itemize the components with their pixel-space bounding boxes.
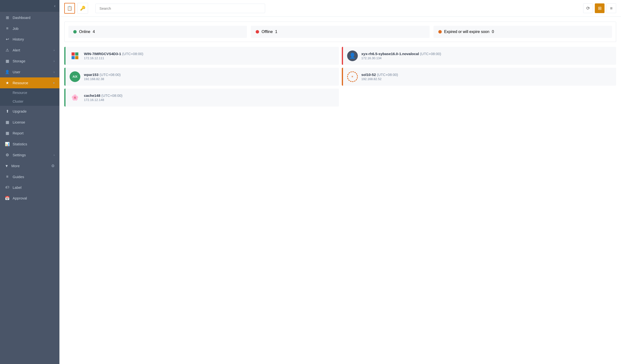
- sidebar-sub-item-resource[interactable]: Resource: [0, 88, 59, 97]
- resource-name: sol10-52 (UTC+08:00): [362, 72, 613, 77]
- sidebar-item-label: Report: [13, 131, 54, 135]
- upgrade-icon: ⬆: [5, 109, 10, 114]
- sidebar-item-label: Storage: [13, 59, 51, 63]
- chevron-right-icon: ›: [54, 70, 54, 74]
- approval-icon: 📅: [5, 196, 10, 200]
- search-bar: [95, 4, 265, 13]
- resource-ip: 192.168.82.38: [84, 77, 335, 81]
- expired-status-card[interactable]: Expired or will expire soon 0: [433, 26, 612, 38]
- list-view-button[interactable]: ≡: [606, 3, 616, 13]
- refresh-icon: ⟳: [586, 6, 590, 11]
- expired-count: 0: [492, 30, 494, 34]
- job-icon: ≡: [5, 26, 10, 31]
- key-icon: 🔑: [80, 6, 85, 11]
- chevron-right-icon: ›: [54, 49, 54, 52]
- sidebar-item-label: Job: [13, 26, 54, 31]
- online-status-card[interactable]: Online 4: [69, 26, 247, 38]
- sidebar-item-storage[interactable]: ▦ Storage ›: [0, 55, 59, 67]
- sidebar-item-label: Guides: [13, 175, 54, 179]
- history-icon: ↩: [5, 37, 10, 41]
- grid-view-button[interactable]: ⊞: [595, 3, 604, 13]
- refresh-button[interactable]: ⟳: [583, 3, 593, 13]
- resource-btn-icon: 📋: [67, 6, 72, 11]
- grid-icon: ⊞: [598, 6, 602, 11]
- resource-icon: ★: [5, 81, 10, 85]
- sidebar-sub-item-cluster[interactable]: Cluster: [0, 97, 59, 106]
- resource-card-cache148[interactable]: 🌸 cache148 (UTC+08:00) 172.16.12.148: [64, 88, 339, 106]
- sidebar: ‹ ⊞ Dashboard ≡ Job ↩ History ⚠ Alert › …: [0, 0, 59, 364]
- offline-status-card[interactable]: Offline 1: [251, 26, 429, 38]
- aix-icon: AIX: [69, 71, 81, 82]
- resource-info: wpar153 (UTC+08:00) 192.168.82.38: [84, 72, 335, 81]
- sidebar-item-label: Statistics: [13, 142, 54, 146]
- statistics-icon: 📊: [5, 142, 10, 146]
- linux-avatar-icon: 👤: [347, 50, 358, 61]
- sidebar-item-label: Settings: [13, 153, 51, 157]
- offline-count: 1: [275, 30, 277, 34]
- chevron-down-icon: ▾: [53, 81, 54, 85]
- label-icon: 🏷: [5, 185, 10, 190]
- resource-info: cache148 (UTC+08:00) 172.16.12.148: [84, 93, 335, 102]
- sidebar-item-label: User: [13, 70, 51, 74]
- resource-submenu: Resource Cluster: [0, 88, 59, 106]
- list-icon: ≡: [610, 6, 613, 11]
- sidebar-item-label: History: [13, 37, 54, 41]
- resource-grid: WIN-7IMRGCVS4D3-1 (UTC+08:00) 172.16.12.…: [64, 47, 616, 106]
- sidebar-item-approval[interactable]: 📅 Approval: [0, 193, 59, 204]
- key-view-btn[interactable]: 🔑: [77, 3, 88, 14]
- resource-card-xyx[interactable]: 👤 xyx-rh6.5-sybase16.0-1.novalocal (UTC+…: [342, 47, 616, 65]
- online-dot: [73, 30, 77, 34]
- sidebar-item-report[interactable]: ▦ Report: [0, 128, 59, 139]
- resource-card-sol10[interactable]: ☀ sol10-52 (UTC+08:00) 192.168.82.52: [342, 68, 616, 86]
- offline-dot: [256, 30, 259, 34]
- resource-name: cache148 (UTC+08:00): [84, 93, 335, 98]
- expired-dot: [438, 30, 442, 34]
- resource-view-btn[interactable]: 📋: [64, 3, 75, 14]
- toolbar: 📋 🔑 ⟳ ⊞ ≡: [59, 0, 621, 17]
- resource-card-wpar153[interactable]: AIX wpar153 (UTC+08:00) 192.168.82.38: [64, 68, 339, 86]
- sidebar-item-job[interactable]: ≡ Job: [0, 23, 59, 34]
- chevron-right-icon: ›: [54, 153, 54, 157]
- online-label: Online: [79, 30, 90, 34]
- sidebar-item-label: Dashboard: [13, 16, 54, 20]
- sidebar-item-statistics[interactable]: 📊 Statistics: [0, 139, 59, 150]
- resource-name: WIN-7IMRGCVS4D3-1 (UTC+08:00): [84, 52, 335, 56]
- sidebar-item-label: Upgrade: [13, 109, 54, 113]
- sidebar-item-alert[interactable]: ⚠ Alert ›: [0, 45, 59, 55]
- sidebar-item-upgrade[interactable]: ⬆ Upgrade: [0, 106, 59, 117]
- sidebar-item-resource[interactable]: ★ Resource ▾: [0, 77, 59, 88]
- sol-icon: ☀: [347, 71, 358, 82]
- sidebar-item-more[interactable]: ▼ More ⚙: [0, 160, 59, 171]
- resource-info: WIN-7IMRGCVS4D3-1 (UTC+08:00) 172.16.12.…: [84, 52, 335, 60]
- sidebar-item-guides[interactable]: ≡ Guides: [0, 171, 59, 182]
- sidebar-item-label: Resource: [13, 81, 50, 85]
- resource-info: xyx-rh6.5-sybase16.0-1.novalocal (UTC+08…: [362, 52, 613, 60]
- expired-label: Expired or will expire soon: [444, 30, 489, 34]
- windows-icon: [69, 50, 81, 61]
- sidebar-item-label: Approval: [13, 196, 54, 200]
- sidebar-item-label: More: [11, 164, 20, 168]
- offline-label: Offline: [261, 30, 273, 34]
- sidebar-item-user[interactable]: 👤 User ›: [0, 67, 59, 77]
- chevron-right-icon: ›: [54, 59, 54, 63]
- resource-name: xyx-rh6.5-sybase16.0-1.novalocal (UTC+08…: [362, 52, 613, 56]
- resource-ip: 192.168.82.52: [362, 77, 613, 81]
- resource-card-win7[interactable]: WIN-7IMRGCVS4D3-1 (UTC+08:00) 172.16.12.…: [64, 47, 339, 65]
- search-input[interactable]: [95, 4, 265, 13]
- gear-icon[interactable]: ⚙: [51, 164, 54, 168]
- sidebar-item-history[interactable]: ↩ History: [0, 34, 59, 45]
- sidebar-item-dashboard[interactable]: ⊞ Dashboard: [0, 12, 59, 23]
- alert-icon: ⚠: [5, 48, 10, 52]
- sidebar-item-settings[interactable]: ⚙ Settings ›: [0, 150, 59, 160]
- storage-icon: ▦: [5, 59, 10, 63]
- sidebar-item-license[interactable]: ▦ License: [0, 117, 59, 128]
- sidebar-collapse-btn[interactable]: ‹: [54, 3, 55, 8]
- resource-ip: 172.16.12.148: [84, 98, 335, 102]
- content-area: Online 4 Offline 1 Expired or will expir…: [59, 17, 621, 364]
- sidebar-header: ‹: [0, 0, 59, 12]
- sidebar-item-label: Label: [13, 185, 54, 190]
- guides-icon: ≡: [5, 174, 10, 179]
- status-row: Online 4 Offline 1 Expired or will expir…: [64, 22, 616, 42]
- sidebar-item-label[interactable]: 🏷 Label: [0, 182, 59, 193]
- cache-icon: 🌸: [69, 92, 81, 103]
